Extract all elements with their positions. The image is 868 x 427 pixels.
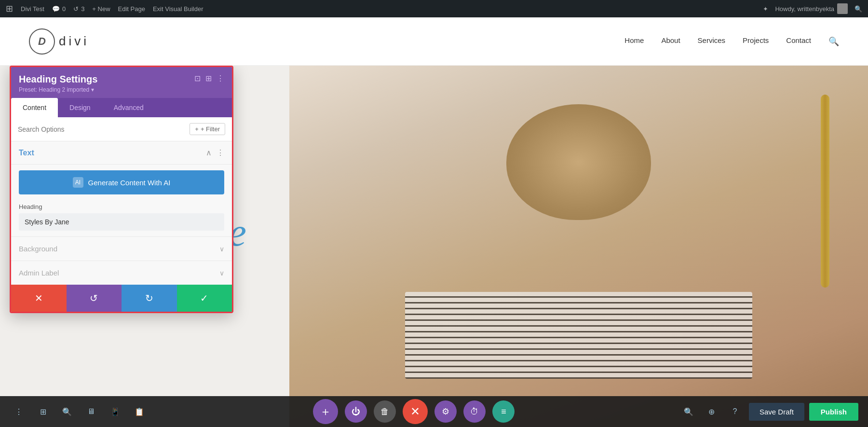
delete-button[interactable]: 🗑 — [374, 400, 396, 423]
cancel-icon: ✕ — [35, 292, 43, 304]
clothing-rack — [821, 95, 829, 288]
site-name-link[interactable]: Divi Test — [21, 5, 44, 13]
settings-element-button[interactable]: ⚙ — [434, 400, 457, 423]
filter-button[interactable]: + + Filter — [190, 123, 225, 135]
save-draft-button[interactable]: Save Draft — [749, 403, 804, 421]
site-header: D divi Home About Services Projects Cont… — [0, 17, 868, 66]
heading-field-label: Heading — [19, 203, 224, 210]
settings-panel: Heading Settings Preset: Heading 2 impor… — [10, 66, 233, 313]
panel-icon-grid[interactable]: ⊞ — [205, 74, 212, 83]
search-right-icon[interactable]: 🔍 — [679, 402, 698, 421]
history-button[interactable]: ⏱ — [463, 400, 486, 423]
divi-logo-icon: D — [29, 28, 55, 55]
admin-label-chevron-icon: ∨ — [219, 269, 224, 277]
save-button[interactable]: ✓ — [177, 285, 232, 312]
hero-image — [289, 66, 868, 427]
publish-button[interactable]: Publish — [809, 403, 858, 421]
search-icon[interactable]: 🔍 — [854, 5, 862, 13]
save-icon: ✓ — [200, 292, 208, 304]
heading-field-group: Heading — [11, 200, 232, 236]
toolbar-center-actions: ＋ ⏻ 🗑 ✕ ⚙ ⏱ ≡ — [154, 399, 674, 424]
main-content: Styles By Jane From the runway to the st… — [0, 66, 868, 427]
help-icon[interactable]: ? — [726, 402, 744, 421]
edit-page-link[interactable]: Edit Page — [118, 5, 145, 13]
bottom-toolbar: ⋮ ⊞ 🔍 🖥 📱 📋 ＋ ⏻ 🗑 ✕ ⚙ ⏱ ≡ 🔍 ⊕ ? Save Dra… — [0, 396, 868, 427]
nav-home[interactable]: Home — [624, 36, 644, 47]
tab-design[interactable]: Design — [58, 98, 102, 117]
redo-button[interactable]: ↻ — [122, 285, 177, 312]
hat-shape — [506, 104, 651, 220]
toolbar-layout-icon[interactable]: ⊞ — [34, 402, 52, 421]
add-element-button[interactable]: ＋ — [313, 399, 338, 424]
close-element-button[interactable]: ✕ — [403, 399, 428, 424]
background-chevron-icon: ∨ — [219, 245, 224, 253]
section-collapse-icon[interactable]: ∧ — [206, 148, 212, 157]
wp-logo-icon[interactable]: ⊞ — [6, 3, 13, 14]
page-wrapper: D divi Home About Services Projects Cont… — [0, 17, 868, 427]
filter-plus-icon: + — [195, 125, 199, 133]
nav-projects[interactable]: Projects — [743, 36, 769, 47]
toolbar-right: 🔍 ⊕ ? Save Draft Publish — [679, 402, 858, 421]
text-section-header: Text ∧ ⋮ — [11, 141, 232, 165]
toolbar-menu-icon[interactable]: ⋮ — [10, 402, 28, 421]
background-label: Background — [19, 245, 57, 253]
hero-right-panel — [289, 66, 868, 427]
toolbar-tablet-icon[interactable]: 📱 — [106, 402, 124, 421]
panel-tabs: Content Design Advanced — [11, 98, 232, 117]
new-content-link[interactable]: + New — [92, 5, 110, 13]
nav-contact[interactable]: Contact — [786, 36, 811, 47]
comments-link[interactable]: 💬 0 — [52, 5, 66, 13]
search-options-input[interactable] — [18, 125, 186, 133]
site-navigation: Home About Services Projects Contact 🔍 — [624, 36, 839, 47]
revisions-link[interactable]: ↺ 3 — [73, 5, 84, 13]
text-section-label: Text — [19, 149, 34, 157]
admin-label-section[interactable]: Admin Label ∨ — [11, 261, 232, 285]
panel-title-block: Heading Settings Preset: Heading 2 impor… — [19, 74, 194, 93]
nav-services[interactable]: Services — [698, 36, 726, 47]
tab-content[interactable]: Content — [11, 98, 58, 117]
preset-chevron-icon: ▾ — [91, 86, 94, 93]
admin-label-label: Admin Label — [19, 269, 59, 277]
exit-builder-link[interactable]: Exit Visual Builder — [153, 5, 203, 13]
clothing-stripes — [405, 292, 752, 379]
panel-header: Heading Settings Preset: Heading 2 impor… — [11, 67, 232, 98]
wp-admin-bar: ⊞ Divi Test 💬 0 ↺ 3 + New Edit Page Exit… — [0, 0, 868, 17]
nav-about[interactable]: About — [661, 36, 680, 47]
avatar — [837, 3, 848, 14]
comment-icon: 💬 — [52, 5, 60, 13]
revisions-icon: ↺ — [73, 5, 79, 13]
panel-title: Heading Settings — [19, 74, 194, 85]
cancel-button[interactable]: ✕ — [11, 285, 67, 312]
toolbar-search-icon[interactable]: 🔍 — [58, 402, 76, 421]
site-logo: D divi — [29, 28, 89, 55]
search-bar-row: + + Filter — [11, 117, 232, 141]
panel-footer: ✕ ↺ ↻ ✓ — [11, 285, 232, 312]
ai-generate-button[interactable]: AI Generate Content With AI — [19, 170, 224, 194]
ai-icon: AI — [73, 177, 83, 188]
responsive-button[interactable]: ≡ — [492, 400, 515, 423]
panel-body: + + Filter Text ∧ ⋮ AI — [11, 117, 232, 285]
layers-icon[interactable]: ⊕ — [703, 402, 721, 421]
panel-icon-preview[interactable]: ⊡ — [194, 74, 201, 83]
nav-search-icon[interactable]: 🔍 — [828, 36, 839, 47]
panel-header-icons: ⊡ ⊞ ⋮ — [194, 74, 224, 83]
reset-button[interactable]: ↺ — [67, 285, 122, 312]
redo-icon: ↻ — [145, 292, 153, 304]
toolbar-desktop-icon[interactable]: 🖥 — [82, 402, 100, 421]
ai-icon[interactable]: ✦ — [763, 5, 768, 13]
section-menu-icon[interactable]: ⋮ — [217, 148, 224, 157]
howdy-text: Howdy, writtenbyekta — [775, 3, 848, 14]
power-button[interactable]: ⏻ — [345, 400, 367, 423]
tab-advanced[interactable]: Advanced — [102, 98, 155, 117]
panel-preset[interactable]: Preset: Heading 2 imported ▾ — [19, 86, 194, 93]
toolbar-phone-icon[interactable]: 📋 — [130, 402, 149, 421]
panel-icon-more[interactable]: ⋮ — [217, 74, 224, 83]
reset-icon: ↺ — [90, 292, 98, 304]
divi-logo-text: divi — [59, 34, 89, 49]
heading-field-input[interactable] — [19, 213, 224, 231]
background-section[interactable]: Background ∨ — [11, 236, 232, 261]
